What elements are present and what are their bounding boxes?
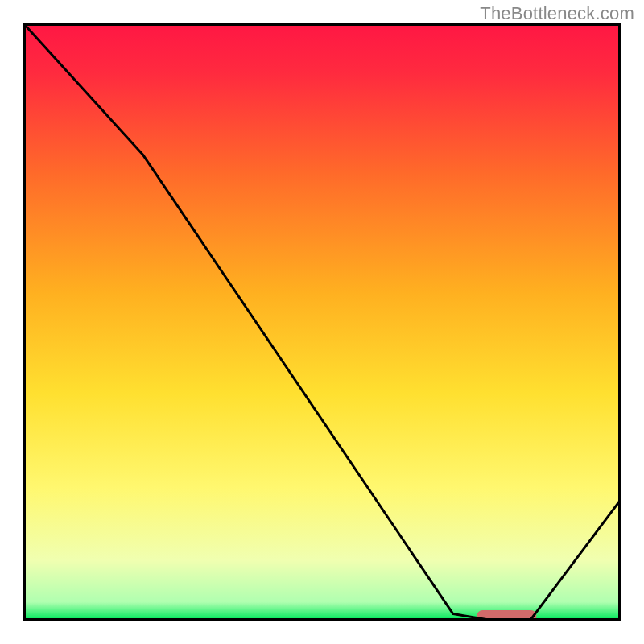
bottleneck-chart xyxy=(0,0,644,644)
chart-container: TheBottleneck.com xyxy=(0,0,644,644)
gradient-background xyxy=(24,24,620,620)
plot-area xyxy=(24,24,620,621)
watermark-label: TheBottleneck.com xyxy=(480,3,634,24)
